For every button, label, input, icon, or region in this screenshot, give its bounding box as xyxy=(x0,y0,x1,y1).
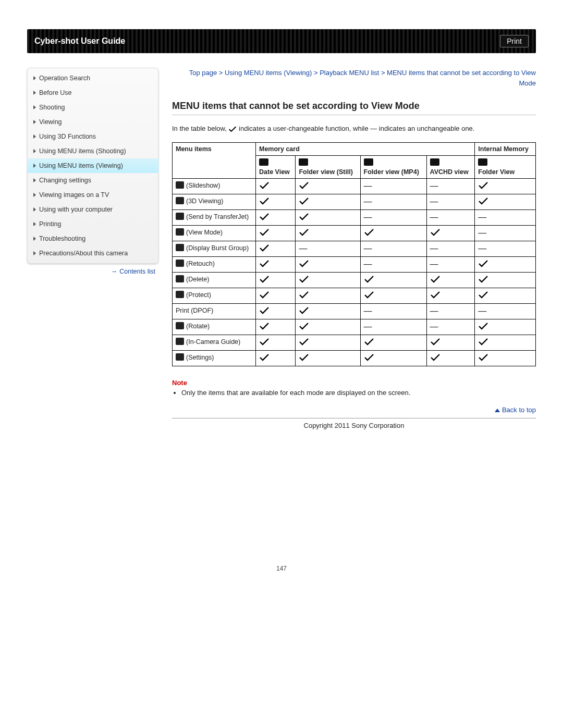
check-icon xyxy=(299,338,309,346)
contents-list-link-wrap: →Contents list xyxy=(27,264,158,275)
matrix-cell xyxy=(360,335,426,350)
table-row: (Retouch)—— xyxy=(173,256,536,272)
matrix-cell xyxy=(296,178,360,194)
th-sub-0: Date View xyxy=(256,155,296,178)
dash-icon: — xyxy=(364,244,372,253)
dash-icon: — xyxy=(364,213,372,221)
sidebar-item-11[interactable]: Troubleshooting xyxy=(27,231,158,246)
dash-icon: — xyxy=(364,322,372,331)
sidebar-item-12[interactable]: Precautions/About this camera xyxy=(27,246,158,261)
check-icon xyxy=(478,353,488,362)
print-button[interactable]: Print xyxy=(500,35,529,47)
matrix-cell xyxy=(256,256,296,272)
back-to-top-link[interactable]: Back to top xyxy=(502,406,536,414)
sidebar-item-3[interactable]: Viewing xyxy=(27,115,158,129)
matrix-cell xyxy=(426,272,475,288)
dash-icon: — xyxy=(430,181,438,190)
note-item: Only the items that are available for ea… xyxy=(181,389,536,397)
sidebar-item-6[interactable]: Using MENU items (Viewing) xyxy=(27,158,158,173)
menu-item-cell: (Slideshow) xyxy=(173,178,256,194)
contents-list-link[interactable]: Contents list xyxy=(119,268,155,275)
menu-item-icon xyxy=(176,275,184,282)
sidebar-item-4[interactable]: Using 3D Functions xyxy=(27,129,158,144)
matrix-cell xyxy=(256,272,296,288)
breadcrumb[interactable]: Top page > Using MENU items (Viewing) > … xyxy=(172,68,536,88)
matrix-cell: — xyxy=(475,225,536,241)
matrix-cell xyxy=(360,350,426,366)
sidebar-item-5[interactable]: Using MENU items (Shooting) xyxy=(27,144,158,158)
triangle-up-icon xyxy=(495,409,500,412)
check-icon xyxy=(299,275,309,283)
sidebar-item-label: Using MENU items (Viewing) xyxy=(39,162,123,169)
sidebar-item-7[interactable]: Changing settings xyxy=(27,173,158,188)
matrix-cell xyxy=(296,288,360,303)
matrix-cell: — xyxy=(360,209,426,225)
menu-item-label: Print (DPOF) xyxy=(176,306,213,314)
mode-icon xyxy=(364,158,373,166)
matrix-cell: — xyxy=(426,241,475,256)
menu-item-label: (Protect) xyxy=(186,291,211,298)
mode-icon xyxy=(478,158,487,166)
sidebar-item-0[interactable]: Operation Search xyxy=(27,71,158,85)
sidebar-item-9[interactable]: Using with your computer xyxy=(27,202,158,217)
copyright: Copyright 2011 Sony Corporation xyxy=(172,422,536,429)
check-icon xyxy=(259,197,270,205)
page-title: MENU items that cannot be set according … xyxy=(172,101,536,115)
menu-item-icon xyxy=(176,353,184,361)
check-icon xyxy=(430,228,440,237)
matrix-cell: — xyxy=(360,303,426,319)
matrix-cell: — xyxy=(426,256,475,272)
matrix-cell xyxy=(475,178,536,194)
check-icon xyxy=(478,260,488,268)
check-icon xyxy=(259,338,270,346)
menu-item-label: (Delete) xyxy=(186,275,209,282)
matrix-cell: — xyxy=(426,178,475,194)
dash-icon: — xyxy=(430,260,438,268)
dash-icon: — xyxy=(364,306,372,315)
menu-item-label: (Slideshow) xyxy=(186,181,220,189)
check-icon xyxy=(430,338,440,346)
dash-icon: — xyxy=(478,244,486,253)
th-sub-3: AVCHD view xyxy=(426,155,475,178)
menu-item-cell: (Protect) xyxy=(173,288,256,303)
check-icon xyxy=(259,291,270,299)
sidebar-item-label: Using 3D Functions xyxy=(39,133,96,140)
note-heading: Note xyxy=(172,379,536,387)
chevron-right-icon xyxy=(33,251,36,255)
sidebar-item-8[interactable]: Viewing images on a TV xyxy=(27,188,158,202)
matrix-cell xyxy=(296,256,360,272)
dash-icon: — xyxy=(430,213,438,221)
sidebar-item-1[interactable]: Before Use xyxy=(27,85,158,100)
matrix-cell: — xyxy=(475,303,536,319)
menu-item-cell: (Retouch) xyxy=(173,256,256,272)
check-icon xyxy=(259,260,270,268)
menu-item-icon xyxy=(176,181,184,189)
matrix-cell xyxy=(296,303,360,319)
mode-icon xyxy=(259,158,268,166)
sidebar-item-label: Troubleshooting xyxy=(39,235,85,242)
matrix-cell xyxy=(475,194,536,209)
intro-pre: In the table below, xyxy=(172,125,228,132)
check-icon xyxy=(478,181,488,190)
intro-text: In the table below, indicates a user-cha… xyxy=(172,124,536,134)
matrix-cell: — xyxy=(426,209,475,225)
menu-item-icon xyxy=(176,322,184,329)
table-row: (3D Viewing)—— xyxy=(173,194,536,209)
menu-item-icon xyxy=(176,244,184,251)
sidebar-item-10[interactable]: Printing xyxy=(27,217,158,231)
menu-item-label: (3D Viewing) xyxy=(186,197,223,204)
sidebar-item-2[interactable]: Shooting xyxy=(27,100,158,115)
matrix-cell xyxy=(426,225,475,241)
matrix-cell xyxy=(296,225,360,241)
compatibility-table: Menu items Memory card Internal Memory D… xyxy=(172,142,536,366)
dash-icon: — xyxy=(430,244,438,253)
matrix-cell: — xyxy=(475,209,536,225)
dash-icon: — xyxy=(364,197,372,206)
matrix-cell xyxy=(256,178,296,194)
matrix-cell: — xyxy=(360,194,426,209)
menu-item-cell: (Display Burst Group) xyxy=(173,241,256,256)
matrix-cell xyxy=(296,209,360,225)
menu-item-icon xyxy=(176,291,184,298)
check-icon xyxy=(299,306,309,315)
intro-post: indicates a user-changeable function, wh… xyxy=(239,125,474,132)
